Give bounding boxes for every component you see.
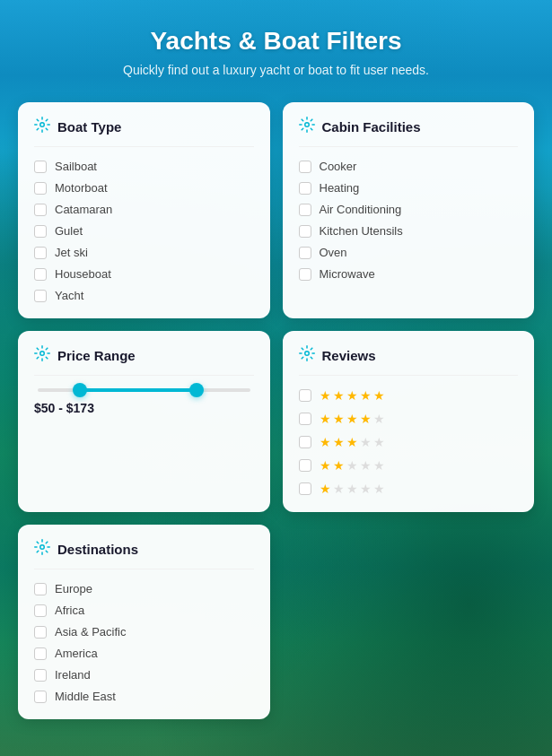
slider-thumb-right[interactable]: [189, 383, 204, 397]
checkbox-label: Motorboat: [55, 181, 108, 195]
price-range-icon: [34, 345, 50, 366]
empty-star-icon: ★: [360, 458, 372, 473]
list-item[interactable]: ★★★★★: [299, 458, 519, 473]
list-item[interactable]: America: [34, 647, 254, 660]
checkbox[interactable]: [299, 204, 311, 216]
checkbox-label: Sailboat: [55, 160, 97, 173]
price-slider-container: [34, 388, 254, 392]
filled-star-icon: ★: [360, 388, 372, 403]
checkbox[interactable]: [34, 161, 47, 173]
page-subtitle: Quickly find out a luxury yacht or boat …: [18, 63, 534, 77]
boat-type-card: Boat Type SailboatMotorboatCatamaranGule…: [18, 102, 270, 318]
reviews-icon: [299, 345, 315, 366]
boat-type-list: SailboatMotorboatCatamaranGuletJet skiHo…: [34, 160, 254, 302]
empty-star-icon: ★: [360, 482, 372, 496]
checkbox-label: Europe: [55, 582, 92, 595]
list-item[interactable]: Gulet: [34, 224, 254, 238]
star-rating: ★★★★★: [320, 388, 385, 403]
checkbox[interactable]: [299, 161, 311, 173]
checkbox[interactable]: [299, 182, 311, 195]
checkbox-label: Asia & Pacific: [55, 625, 126, 639]
filled-star-icon: ★: [333, 458, 345, 473]
slider-track: [38, 388, 250, 392]
checkbox[interactable]: [34, 626, 47, 639]
list-item[interactable]: Ireland: [34, 668, 254, 682]
checkbox[interactable]: [34, 583, 47, 595]
cabin-facilities-header: Cabin Facilities: [299, 117, 519, 147]
price-range-label: $50 - $173: [34, 401, 254, 415]
empty-star-icon: ★: [373, 482, 385, 496]
price-range-card: Price Range $50 - $173: [18, 331, 270, 512]
boat-type-title: Boat Type: [57, 119, 121, 135]
empty-star-icon: ★: [373, 458, 385, 473]
list-item[interactable]: Cooker: [299, 160, 519, 173]
list-item[interactable]: Kitchen Utensils: [299, 224, 519, 238]
checkbox[interactable]: [34, 182, 47, 195]
checkbox[interactable]: [34, 691, 47, 703]
slider-thumb-left[interactable]: [73, 383, 87, 397]
checkbox[interactable]: [34, 268, 47, 281]
filled-star-icon: ★: [346, 388, 358, 403]
list-item[interactable]: ★★★★★: [299, 388, 519, 403]
list-item[interactable]: Air Conditioning: [299, 203, 519, 216]
checkbox[interactable]: [299, 482, 311, 495]
filled-star-icon: ★: [333, 435, 345, 449]
filled-star-icon: ★: [373, 388, 385, 403]
checkbox[interactable]: [34, 225, 47, 238]
star-rating: ★★★★★: [320, 458, 385, 473]
checkbox[interactable]: [299, 225, 311, 238]
svg-point-2: [40, 352, 45, 356]
list-item[interactable]: Jet ski: [34, 246, 254, 259]
list-item[interactable]: ★★★★★: [299, 412, 519, 426]
checkbox[interactable]: [34, 669, 47, 682]
checkbox[interactable]: [299, 389, 311, 402]
checkbox[interactable]: [299, 268, 311, 281]
checkbox-label: Gulet: [55, 224, 83, 238]
list-item[interactable]: Catamaran: [34, 203, 254, 216]
list-item[interactable]: Africa: [34, 604, 254, 617]
reviews-list: ★★★★★★★★★★★★★★★★★★★★★★★★★: [299, 388, 519, 496]
price-range-header: Price Range: [34, 345, 254, 376]
checkbox-label: Microwave: [320, 267, 375, 281]
checkbox-label: Kitchen Utensils: [320, 224, 403, 238]
destinations-icon: [34, 539, 50, 560]
filled-star-icon: ★: [346, 412, 358, 426]
empty-star-icon: ★: [373, 435, 385, 449]
list-item[interactable]: ★★★★★: [299, 435, 519, 449]
checkbox[interactable]: [34, 604, 47, 617]
list-item[interactable]: Asia & Pacific: [34, 625, 254, 639]
list-item[interactable]: Motorboat: [34, 181, 254, 195]
checkbox[interactable]: [34, 647, 47, 660]
checkbox[interactable]: [299, 413, 311, 425]
list-item[interactable]: Europe: [34, 582, 254, 595]
filled-star-icon: ★: [320, 482, 331, 496]
filter-grid: Boat Type SailboatMotorboatCatamaranGule…: [18, 102, 534, 719]
checkbox-label: Yacht: [55, 289, 83, 302]
destinations-title: Destinations: [57, 542, 138, 557]
list-item[interactable]: ★★★★★: [299, 482, 519, 496]
list-item[interactable]: Heating: [299, 181, 519, 195]
checkbox[interactable]: [299, 247, 311, 259]
filled-star-icon: ★: [320, 388, 331, 403]
filled-star-icon: ★: [320, 412, 331, 426]
checkbox[interactable]: [34, 290, 47, 302]
list-item[interactable]: Middle East: [34, 690, 254, 703]
list-item[interactable]: Sailboat: [34, 160, 254, 173]
list-item[interactable]: Yacht: [34, 289, 254, 302]
checkbox[interactable]: [34, 204, 47, 216]
star-rating: ★★★★★: [320, 482, 385, 496]
checkbox[interactable]: [299, 459, 311, 472]
checkbox[interactable]: [299, 436, 311, 448]
list-item[interactable]: Microwave: [299, 267, 519, 281]
filled-star-icon: ★: [333, 388, 345, 403]
list-item[interactable]: Oven: [299, 246, 519, 259]
list-item[interactable]: Houseboat: [34, 267, 254, 281]
empty-star-icon: ★: [373, 412, 385, 426]
filled-star-icon: ★: [346, 435, 358, 449]
svg-point-0: [40, 123, 45, 127]
svg-point-3: [304, 352, 309, 356]
destinations-list: EuropeAfricaAsia & PacificAmericaIreland…: [34, 582, 254, 703]
checkbox-label: America: [55, 647, 98, 660]
reviews-card: Reviews ★★★★★★★★★★★★★★★★★★★★★★★★★: [283, 331, 535, 512]
checkbox[interactable]: [34, 247, 47, 259]
